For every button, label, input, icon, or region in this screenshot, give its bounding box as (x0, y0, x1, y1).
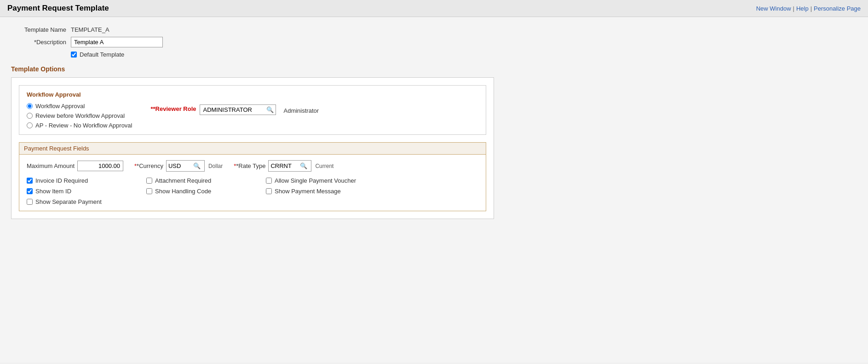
description-label: *Description (11, 39, 71, 46)
maximum-amount-label: Maximum Amount (27, 162, 75, 169)
show-handling-code-checkbox[interactable] (146, 188, 152, 194)
radio-workflow-approval-label: Workflow Approval (35, 103, 85, 110)
template-name-row: Template Name TEMPLATE_A (11, 26, 857, 33)
currency-label: **Currency (134, 162, 163, 169)
attachment-required-checkbox[interactable] (146, 178, 152, 184)
default-template-row: Default Template (71, 51, 857, 58)
payment-request-fields-title: Payment Request Fields (19, 143, 486, 155)
template-options-box: Workflow Approval Workflow Approval Revi… (11, 77, 494, 219)
default-template-checkbox[interactable] (71, 52, 77, 58)
rate-type-label: **Rate Type (234, 162, 265, 169)
radio-workflow-approval-input[interactable] (27, 103, 33, 109)
invoice-id-required-checkbox[interactable] (27, 178, 33, 184)
rate-type-search-button[interactable]: 🔍 (298, 162, 309, 170)
cb-show-payment-message: Show Payment Message (266, 188, 395, 195)
description-input[interactable] (71, 37, 163, 47)
description-row: *Description (11, 37, 857, 47)
checkboxes-grid: Invoice ID Required Attachment Required … (27, 177, 478, 205)
reviewer-role-search-button[interactable]: 🔍 (264, 105, 276, 114)
help-link[interactable]: Help (796, 5, 809, 12)
payment-request-fields-box: Payment Request Fields Maximum Amount **… (19, 142, 486, 211)
template-name-label: Template Name (11, 26, 71, 33)
rate-type-input[interactable] (270, 162, 298, 169)
currency-search-button[interactable]: 🔍 (191, 162, 202, 170)
radio-ap-review-input[interactable] (27, 122, 33, 128)
payment-fields-row1: Maximum Amount **Currency 🔍 Dollar (27, 160, 478, 172)
cb-show-separate-payment: Show Separate Payment (27, 198, 146, 205)
page-header: Payment Request Template New Window | He… (0, 0, 868, 17)
workflow-approval-title: Workflow Approval (27, 91, 478, 98)
currency-input-group: 🔍 (166, 160, 205, 172)
radio-ap-review-label: AP - Review - No Workflow Approval (35, 122, 132, 129)
currency-name: Dollar (208, 163, 223, 169)
reviewer-role-label: **Reviewer Role (150, 105, 196, 112)
maximum-amount-input[interactable] (77, 161, 123, 171)
reviewer-role-name: Administrator (283, 107, 319, 114)
maximum-amount-group: Maximum Amount (27, 161, 123, 171)
show-separate-payment-label: Show Separate Payment (35, 198, 102, 205)
show-separate-payment-checkbox[interactable] (27, 199, 33, 205)
page-content: Template Name TEMPLATE_A *Description De… (0, 17, 868, 363)
allow-single-payment-checkbox[interactable] (266, 178, 272, 184)
show-payment-message-label: Show Payment Message (275, 188, 341, 195)
header-links: New Window | Help | Personalize Page (756, 5, 861, 12)
cb-show-item-id: Show Item ID (27, 188, 146, 195)
page-title: Payment Request Template (7, 4, 109, 13)
cb-allow-single-payment: Allow Single Payment Voucher (266, 177, 395, 184)
rate-type-input-group: 🔍 (268, 160, 311, 172)
cb-attachment-required: Attachment Required (146, 177, 266, 184)
show-handling-code-label: Show Handling Code (155, 188, 211, 195)
rate-type-group: **Rate Type 🔍 Current (234, 160, 333, 172)
attachment-required-label: Attachment Required (155, 177, 211, 184)
rate-type-name: Current (315, 163, 333, 169)
show-payment-message-checkbox[interactable] (266, 188, 272, 194)
cb-invoice-id-required: Invoice ID Required (27, 177, 146, 184)
reviewer-role-input-group: 🔍 (200, 104, 276, 115)
new-window-link[interactable]: New Window (756, 5, 791, 12)
workflow-radio-group: Workflow Approval Review before Workflow… (27, 103, 132, 129)
show-item-id-checkbox[interactable] (27, 188, 33, 194)
payment-request-fields-content: Maximum Amount **Currency 🔍 Dollar (19, 155, 486, 211)
default-template-label: Default Template (80, 51, 124, 58)
currency-group: **Currency 🔍 Dollar (134, 160, 223, 172)
personalize-link[interactable]: Personalize Page (814, 5, 861, 12)
invoice-id-required-label: Invoice ID Required (35, 177, 88, 184)
workflow-cols: Workflow Approval Review before Workflow… (27, 103, 478, 129)
workflow-approval-box: Workflow Approval Workflow Approval Revi… (19, 85, 486, 135)
allow-single-payment-label: Allow Single Payment Voucher (275, 177, 356, 184)
reviewer-role-input[interactable] (200, 105, 264, 115)
radio-workflow-approval: Workflow Approval (27, 103, 132, 110)
radio-review-before: Review before Workflow Approval (27, 112, 132, 119)
reviewer-role-section: **Reviewer Role 🔍 Administrator (150, 104, 319, 115)
radio-ap-review: AP - Review - No Workflow Approval (27, 122, 132, 129)
template-options-heading: Template Options (11, 65, 857, 73)
show-item-id-label: Show Item ID (35, 188, 71, 195)
radio-review-before-input[interactable] (27, 113, 33, 119)
radio-review-before-label: Review before Workflow Approval (35, 112, 125, 119)
template-name-value: TEMPLATE_A (71, 26, 109, 33)
currency-input[interactable] (168, 162, 191, 169)
cb-show-handling-code: Show Handling Code (146, 188, 266, 195)
